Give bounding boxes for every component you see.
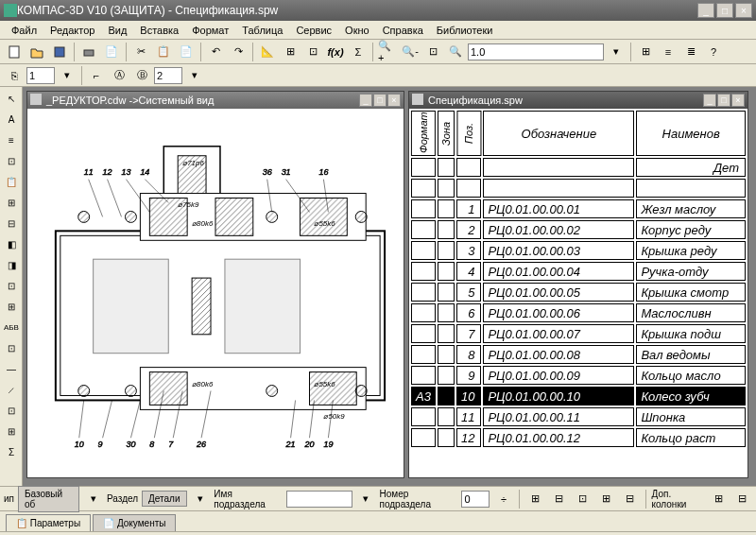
tool-button[interactable]: ◨ xyxy=(2,255,21,274)
tool-button[interactable]: ⊡ xyxy=(2,338,21,357)
table-row[interactable]: А310РЦ0.01.00.00.10Колесо зубч xyxy=(411,387,746,406)
paste-button[interactable]: 📄 xyxy=(176,42,197,62)
dropdown-button[interactable]: ▾ xyxy=(606,42,627,62)
tool-text2[interactable]: АБВ xyxy=(2,318,21,337)
menu-table[interactable]: Таблица xyxy=(236,23,288,38)
page2-input[interactable] xyxy=(154,67,182,84)
tool-button[interactable]: ≡ xyxy=(2,130,21,149)
preview-button[interactable]: 📄 xyxy=(101,42,122,62)
subname-combo[interactable] xyxy=(286,491,352,508)
table-row[interactable]: 8РЦ0.01.00.00.08Вал ведомы xyxy=(411,345,746,364)
copy-button[interactable]: 📋 xyxy=(153,42,174,62)
table-row[interactable]: 7РЦ0.01.00.00.07Крышка подш xyxy=(411,324,746,343)
tool-button[interactable]: ≣ xyxy=(680,42,701,62)
close-button[interactable]: × xyxy=(735,3,752,18)
redo-button[interactable]: ↷ xyxy=(228,42,249,62)
menu-window[interactable]: Окно xyxy=(339,23,375,38)
zoom-combo[interactable] xyxy=(468,43,604,60)
new-button[interactable] xyxy=(4,42,25,62)
table-row[interactable]: 12РЦ0.01.00.00.12Кольцо раст xyxy=(411,428,746,447)
zoom-out-button[interactable]: 🔍- xyxy=(400,42,421,62)
grid-button[interactable]: ⊡ xyxy=(573,489,593,509)
tool-button[interactable]: ≡ xyxy=(658,42,679,62)
tool-button[interactable]: ⌐ xyxy=(86,65,107,86)
tab-params[interactable]: 📋 Параметры xyxy=(6,514,91,531)
page-button[interactable]: ⎘ xyxy=(4,65,25,86)
menu-libraries[interactable]: Библиотеки xyxy=(431,23,499,38)
tool-button[interactable]: 📐 xyxy=(257,42,278,62)
table-row[interactable]: 9РЦ0.01.00.00.09Кольцо масло xyxy=(411,366,746,385)
grid-button[interactable]: ⊟ xyxy=(549,489,569,509)
tool-button[interactable]: ⊞ xyxy=(709,489,729,509)
page-input[interactable] xyxy=(26,67,55,84)
dropdown-button[interactable]: ▾ xyxy=(184,65,205,86)
table-row[interactable]: 3РЦ0.01.00.00.03Крышка реду xyxy=(411,241,746,260)
tool-button[interactable]: ⊟ xyxy=(2,214,21,233)
drawing-titlebar[interactable]: _РЕДУКТОР.cdw ->Системный вид _ □ × xyxy=(27,92,404,109)
drawing-canvas[interactable]: 11 12 13 14 36 31 16 10 9 30 8 7 xyxy=(27,109,404,477)
table-row[interactable]: 6РЦ0.01.00.00.06Маслосливн xyxy=(411,303,746,322)
tab-docs[interactable]: 📄 Документы xyxy=(93,514,176,531)
grid-button[interactable]: ⊞ xyxy=(525,489,545,509)
tool-sigma[interactable]: Σ xyxy=(2,442,21,461)
maximize-button[interactable]: □ xyxy=(716,3,733,18)
help-button[interactable]: ? xyxy=(703,42,724,62)
cut-button[interactable]: ✂ xyxy=(130,42,151,62)
tool-button[interactable]: Ⓑ xyxy=(131,65,152,86)
tool-button[interactable]: ⊡ xyxy=(2,276,21,295)
tool-button[interactable]: — xyxy=(2,359,21,378)
zoom-in-button[interactable]: 🔍+ xyxy=(377,42,398,62)
base-button[interactable]: Базовый об xyxy=(18,486,79,512)
spec-body[interactable]: Формат Зона Поз. Обозначение Наименов Де… xyxy=(409,109,747,477)
undo-button[interactable]: ↶ xyxy=(205,42,226,62)
tool-button[interactable]: ⊞ xyxy=(635,42,656,62)
zoom-tool-button[interactable]: 🔍 xyxy=(445,42,466,62)
menu-file[interactable]: Файл xyxy=(6,23,43,38)
table-row[interactable]: 4РЦ0.01.00.00.04Ручка-отду xyxy=(411,262,746,281)
open-button[interactable] xyxy=(26,42,47,62)
menu-service[interactable]: Сервис xyxy=(290,23,337,38)
zoom-fit-button[interactable]: ⊡ xyxy=(422,42,443,62)
tool-cursor[interactable]: ↖ xyxy=(2,89,21,108)
child-close[interactable]: × xyxy=(387,94,401,107)
tool-button[interactable]: ⊞ xyxy=(280,42,301,62)
menu-editor[interactable]: Редактор xyxy=(44,23,100,38)
tool-button[interactable]: ⊡ xyxy=(302,42,323,62)
save-button[interactable] xyxy=(49,42,70,62)
tool-text[interactable]: A xyxy=(2,110,21,129)
table-row[interactable]: 5РЦ0.01.00.00.05Крышка смотр xyxy=(411,283,746,302)
tool-button[interactable]: ⊞ xyxy=(596,489,616,509)
menu-view[interactable]: Вид xyxy=(102,23,132,38)
tool-button[interactable]: ⊡ xyxy=(2,401,21,420)
dropdown-button[interactable]: ▾ xyxy=(356,489,376,509)
tool-button[interactable]: Ⓐ xyxy=(109,65,129,86)
details-button[interactable]: Детали xyxy=(142,491,186,507)
tool-button[interactable]: 📋 xyxy=(2,172,21,191)
table-row[interactable]: 2РЦ0.01.00.00.02Корпус реду xyxy=(411,220,746,239)
menu-insert[interactable]: Вставка xyxy=(134,23,184,38)
child-maximize[interactable]: □ xyxy=(717,94,730,107)
child-minimize[interactable]: _ xyxy=(359,94,372,107)
child-minimize[interactable]: _ xyxy=(703,94,716,107)
minimize-button[interactable]: _ xyxy=(697,3,714,18)
tool-button[interactable]: ⊞ xyxy=(2,193,21,212)
print-button[interactable] xyxy=(78,42,99,62)
table-row[interactable]: 1РЦ0.01.00.00.01Жезл маслоу xyxy=(411,199,746,218)
tool-button[interactable]: Σ xyxy=(348,42,369,62)
child-maximize[interactable]: □ xyxy=(373,94,387,107)
dropdown-button[interactable]: ▾ xyxy=(191,489,211,509)
child-close[interactable]: × xyxy=(731,94,745,107)
dropdown-button[interactable]: ▾ xyxy=(83,489,103,509)
tool-button[interactable]: ◧ xyxy=(2,234,21,253)
table-row[interactable]: 11РЦ0.01.00.00.11Шпонка xyxy=(411,407,746,426)
tool-button[interactable]: ⊟ xyxy=(732,489,752,509)
dropdown-button[interactable]: ▾ xyxy=(57,65,77,86)
subnum-input[interactable] xyxy=(461,491,490,508)
menu-help[interactable]: Справка xyxy=(377,23,429,38)
tool-button[interactable]: ⟋ xyxy=(2,380,21,399)
tool-button[interactable]: ⊞ xyxy=(2,297,21,316)
tool-button[interactable]: ⊞ xyxy=(2,422,21,440)
tool-button[interactable]: ⊡ xyxy=(2,151,21,170)
spec-titlebar[interactable]: Спецификация.spw _ □ × xyxy=(409,92,747,109)
fx-button[interactable]: f(x) xyxy=(325,42,346,62)
